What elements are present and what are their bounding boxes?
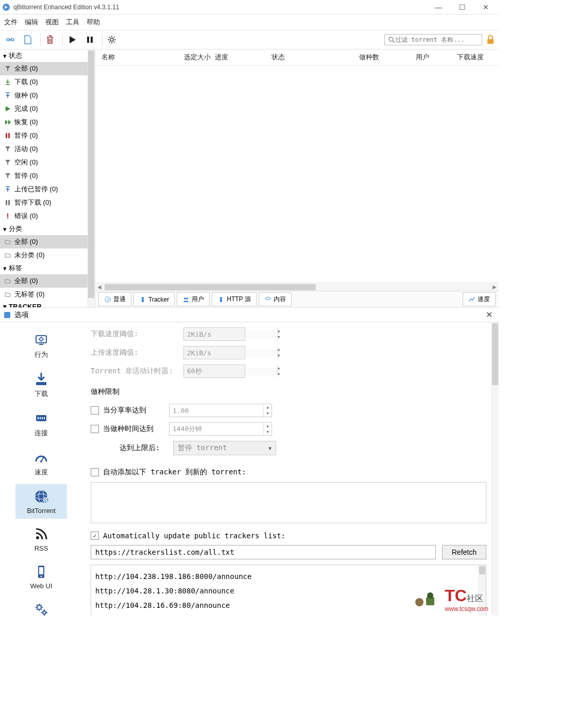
- lock-icon[interactable]: [485, 35, 496, 45]
- sidebar-status-item[interactable]: 错误 (0): [0, 209, 95, 223]
- sidebar-tags-item[interactable]: 无标签 (0): [0, 288, 95, 301]
- nav-advanced[interactable]: [15, 597, 67, 616]
- svg-point-9: [110, 38, 113, 41]
- tab-http[interactable]: HTTP 源: [212, 292, 256, 306]
- menu-edit[interactable]: 编辑: [25, 18, 38, 27]
- options-icon: [3, 311, 11, 319]
- col-name[interactable]: 名称: [99, 52, 182, 63]
- minimize-button[interactable]: —: [432, 3, 445, 11]
- upload-threshold-label: 上传速度阈值:: [91, 348, 178, 357]
- pause-icon: [4, 199, 11, 206]
- svg-rect-13: [6, 133, 7, 138]
- col-peers[interactable]: 用户: [414, 52, 455, 63]
- inactive-timer-label: Torrent 非活动计时器:: [91, 367, 178, 376]
- tab-general[interactable]: 普通: [98, 292, 131, 306]
- svg-point-48: [41, 576, 42, 577]
- nav-label: 行为: [15, 350, 67, 359]
- nav-rss[interactable]: RSS: [15, 522, 67, 556]
- horizontal-scrollbar[interactable]: ◀ ▶: [95, 283, 499, 291]
- nav-连接[interactable]: 连接: [15, 406, 67, 442]
- sidebar-tags-header[interactable]: ▾标签: [0, 262, 95, 274]
- add-file-button[interactable]: [21, 32, 35, 47]
- search-box[interactable]: [384, 34, 482, 45]
- sidebar-status-item[interactable]: 暂停 (0): [0, 169, 95, 183]
- nav-行为[interactable]: 行为: [15, 327, 67, 363]
- col-status[interactable]: 状态: [269, 52, 357, 63]
- settings-content: 下载速度阈值: ▲▼ 上传速度阈值: ▲▼ Torrent 非活动计时器: ▲▼…: [82, 322, 499, 616]
- col-dlspeed[interactable]: 下载速度: [455, 52, 491, 63]
- ratio-checkbox[interactable]: [91, 406, 99, 415]
- webui-icon: [33, 564, 49, 580]
- tab-peers[interactable]: 用户: [177, 292, 210, 306]
- sidebar-status-header[interactable]: ▾状态: [0, 49, 95, 62]
- tab-tracker[interactable]: Tracker: [133, 292, 175, 306]
- sidebar-status-item[interactable]: 暂停 (0): [0, 129, 95, 142]
- download-threshold-input[interactable]: ▲▼: [183, 327, 245, 341]
- nav-web ui[interactable]: Web UI: [15, 559, 67, 594]
- sidebar-status-item[interactable]: 活动 (0): [0, 142, 95, 156]
- col-progress[interactable]: 进度: [213, 52, 269, 63]
- watermark-icon: [412, 589, 443, 610]
- sidebar-status-item[interactable]: 空闲 (0): [0, 156, 95, 169]
- trackers-url-input[interactable]: [91, 545, 436, 559]
- settings-scrollbar[interactable]: [492, 322, 499, 616]
- download-threshold-label: 下载速度阈值:: [91, 329, 178, 339]
- add-link-button[interactable]: [3, 32, 18, 47]
- table-header: 名称 选定大小 进度 状态 做种数 用户 下载速度: [95, 49, 499, 65]
- sidebar-category-item[interactable]: 全部 (0): [0, 235, 95, 249]
- pause-button[interactable]: [82, 32, 97, 47]
- options-header: 选项 ✕: [0, 307, 499, 322]
- search-input[interactable]: [395, 36, 479, 43]
- sidebar-status-item[interactable]: 做种 (0): [0, 89, 95, 102]
- maximize-button[interactable]: ☐: [455, 3, 469, 11]
- sidebar-category-header[interactable]: ▾分类: [0, 223, 95, 235]
- col-seeds[interactable]: 做种数: [357, 52, 414, 63]
- svg-point-10: [389, 37, 393, 41]
- sidebar-status-item[interactable]: 上传已暂停 (0): [0, 183, 95, 196]
- sidebar-status-item[interactable]: 全部 (0): [0, 62, 95, 75]
- delete-button[interactable]: [43, 32, 57, 47]
- resume-button[interactable]: [65, 32, 79, 47]
- sidebar-status-item[interactable]: 暂停下载 (0): [0, 196, 95, 209]
- options-close-button[interactable]: ✕: [483, 310, 496, 320]
- tab-content[interactable]: 内容: [259, 292, 292, 306]
- after-limit-select[interactable]: 暂停 torrent▼: [173, 441, 276, 455]
- close-button[interactable]: ✕: [479, 3, 493, 11]
- sidebar-status-item[interactable]: 下载 (0): [0, 75, 95, 89]
- menu-tools[interactable]: 工具: [66, 18, 79, 27]
- sidebar-status-label: 活动 (0): [14, 144, 38, 154]
- tracker-textarea[interactable]: [91, 482, 486, 523]
- sidebar-status-label: 完成 (0): [14, 104, 38, 113]
- sidebar-tracker-header[interactable]: ▾TRACKER: [0, 301, 95, 307]
- upload-threshold-input[interactable]: ▲▼: [183, 346, 245, 359]
- sidebar-status-label: 做种 (0): [14, 91, 38, 100]
- sidebar-scrollbar[interactable]: [88, 49, 95, 307]
- titlebar: qBittorrent Enhanced Edition v4.3.1.11 —…: [0, 0, 499, 14]
- nav-bittorrent[interactable]: BitTorrent: [15, 484, 67, 519]
- auto-update-checkbox[interactable]: [91, 532, 99, 540]
- table-body: [95, 65, 499, 283]
- sidebar-status-item[interactable]: 完成 (0): [0, 102, 95, 115]
- filter-icon: [4, 172, 11, 179]
- col-size[interactable]: 选定大小: [182, 52, 213, 63]
- ratio-input[interactable]: ▲▼: [169, 404, 272, 417]
- sidebar-tags-item[interactable]: 全部 (0): [0, 274, 95, 288]
- seed-time-input[interactable]: ▲▼: [169, 422, 272, 436]
- nav-下载[interactable]: 下载: [15, 367, 67, 403]
- tracker-item: http://104.238.198.186:8000/announce: [95, 569, 482, 584]
- menu-help[interactable]: 帮助: [87, 18, 100, 27]
- svg-point-45: [36, 536, 39, 539]
- seed-time-checkbox[interactable]: [91, 425, 99, 433]
- nav-label: RSS: [15, 544, 67, 552]
- inactive-timer-input[interactable]: ▲▼: [183, 365, 245, 378]
- menu-view[interactable]: 视图: [45, 18, 59, 27]
- auto-add-tracker-checkbox[interactable]: [91, 468, 99, 476]
- sidebar-status-item[interactable]: 恢复 (0): [0, 115, 95, 129]
- sidebar-category-item[interactable]: 未分类 (0): [0, 249, 95, 262]
- settings-button[interactable]: [105, 32, 119, 47]
- menu-file[interactable]: 文件: [4, 18, 18, 27]
- nav-速度[interactable]: 速度: [15, 445, 67, 481]
- detail-tabs: 普通 Tracker 用户 HTTP 源 内容 速度: [95, 291, 499, 307]
- tab-speed[interactable]: 速度: [463, 292, 496, 306]
- refetch-button[interactable]: Refetch: [442, 545, 486, 559]
